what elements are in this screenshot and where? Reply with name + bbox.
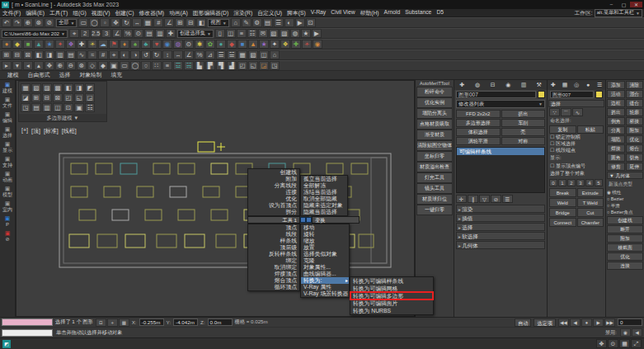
- vertex-type-radio[interactable]: ○ Bezier: [607, 196, 643, 202]
- rollout-header[interactable]: 选择: [456, 223, 545, 231]
- copy-button[interactable]: 复制: [549, 125, 576, 134]
- toolbar-icon[interactable]: 2.5: [91, 29, 101, 38]
- script-button[interactable]: 粉碎命令: [416, 87, 453, 97]
- ribbon-icon[interactable]: ▨: [42, 83, 52, 92]
- left-dock-tab[interactable]: ▣ 动画: [0, 171, 15, 183]
- number-button[interactable]: 2: [567, 179, 576, 186]
- toolbar-icon[interactable]: ◫: [226, 29, 236, 38]
- menu-item[interactable]: Substance: [402, 9, 434, 17]
- ribbon-icon[interactable]: ☷: [85, 103, 95, 112]
- toolbar-icon[interactable]: ▤: [144, 29, 154, 38]
- spline-op-button[interactable]: 活动: [607, 90, 625, 98]
- ribbon-icon[interactable]: ⊡: [63, 103, 73, 112]
- z-coordinate-field[interactable]: 0.0m: [208, 318, 233, 326]
- menu-item[interactable]: 脚本(S): [284, 9, 308, 17]
- toolbar-icon[interactable]: ★: [301, 29, 311, 38]
- toolbar-icon[interactable]: ▜: [216, 61, 226, 70]
- stack-tool-icon[interactable]: ☰: [502, 195, 513, 203]
- toolbar-icon[interactable]: ✥: [110, 18, 120, 27]
- toolbar-icon[interactable]: %: [195, 50, 204, 59]
- toolbar-icon[interactable]: ◱: [248, 61, 258, 70]
- vertex-type-radio[interactable]: ◉ 线性: [607, 189, 643, 196]
- spline-op-button[interactable]: 修剪: [607, 163, 625, 171]
- plugin-icon[interactable]: ◉: [313, 40, 322, 49]
- viewport-state-icon[interactable]: ◉: [620, 328, 631, 337]
- convert-submenu-item[interactable]: 转换为可编辑面片: [350, 299, 433, 307]
- menu-item[interactable]: 自定义(U): [255, 9, 284, 17]
- script-button[interactable]: 渐变材质: [416, 130, 453, 140]
- left-dock-tab[interactable]: ▣ 模型: [0, 186, 15, 198]
- object-name-field[interactable]: 图形007: [456, 91, 536, 98]
- ribbon-panel-title[interactable]: 多边形建模 ▼: [19, 114, 106, 121]
- quad-menu-item[interactable]: 创建线: [248, 169, 299, 176]
- toolbar-icon[interactable]: ↻: [121, 18, 131, 27]
- quad-menu-item[interactable]: 旋转: [301, 231, 349, 238]
- toolbar-icon[interactable]: ▧: [269, 29, 279, 38]
- menu-item[interactable]: 视图(V): [89, 9, 113, 17]
- viewport-nav-button[interactable]: ▦: [619, 339, 630, 348]
- menu-item[interactable]: 文件(F): [0, 9, 23, 17]
- toolbar-icon[interactable]: #: [98, 50, 108, 59]
- ribbon-icon[interactable]: ◳: [21, 103, 31, 112]
- vertex-type-radio[interactable]: ○ 平滑: [607, 202, 643, 209]
- poly-tool-button[interactable]: Extrude: [577, 188, 604, 197]
- ribbon-icon[interactable]: ⊟: [42, 93, 52, 102]
- toolbar-icon[interactable]: ∠: [184, 50, 194, 59]
- number-button[interactable]: 1: [558, 179, 566, 186]
- toolbar-icon[interactable]: ☰: [274, 18, 284, 27]
- toolbar-icon[interactable]: ▛: [205, 61, 215, 70]
- quad-menu-item[interactable]: 放置: [301, 244, 349, 251]
- toolbar-icon[interactable]: ▨: [280, 29, 289, 38]
- command-panel-tab[interactable]: ⊟: [485, 80, 501, 90]
- geometry-button[interactable]: 附加: [607, 234, 643, 243]
- ribbon-icon[interactable]: ▣: [74, 103, 84, 112]
- workspace-selector[interactable]: 工作区: alt.菜单和工具栏▼: [574, 9, 644, 17]
- playback-button[interactable]: ◀◀: [558, 318, 569, 327]
- toolbar-icon[interactable]: ▶: [312, 29, 322, 38]
- x-coordinate-field[interactable]: -0.255m: [139, 318, 164, 326]
- toolbar-icon[interactable]: ☰: [216, 50, 226, 59]
- toolbar-icon[interactable]: ▫: [100, 18, 110, 27]
- left-dock-tab[interactable]: ▣ 建模: [0, 82, 15, 94]
- toolbar-icon[interactable]: ⊗: [34, 18, 44, 27]
- quad-menu-item[interactable]: V-Ray 属性: [301, 284, 349, 290]
- rollout-header[interactable]: 几何体: [456, 241, 545, 249]
- isolate-icon[interactable]: ◩: [2, 340, 11, 348]
- ribbon-tab[interactable]: 建模: [3, 71, 23, 79]
- spline-op-button[interactable]: 边框: [607, 99, 625, 107]
- toolbar-icon[interactable]: ≡: [162, 61, 172, 70]
- ribbon-tab[interactable]: 填充: [107, 71, 127, 79]
- toolbar-icon[interactable]: ▶: [295, 18, 305, 27]
- menu-item[interactable]: D5: [434, 9, 446, 17]
- plugin-icon[interactable]: ◉: [162, 40, 172, 49]
- plugin-icon[interactable]: ❖: [66, 40, 76, 49]
- toolbar-icon[interactable]: ⊞: [175, 18, 185, 27]
- toolbar-icon[interactable]: ↷: [12, 18, 22, 27]
- toolbar-icon[interactable]: ⌖: [69, 29, 79, 38]
- menu-item[interactable]: 修改器(M): [137, 9, 167, 17]
- show-vertex-numbers-checkbox[interactable]: ☐ 显示顶点编号: [548, 163, 604, 169]
- quad-menu-item[interactable]: 全部解冻: [301, 182, 347, 189]
- subobject-icon[interactable]: ∵: [549, 108, 560, 116]
- modifier-button[interactable]: 体积选择: [456, 128, 501, 136]
- quad-menu-item[interactable]: 焊接顶点: [248, 271, 299, 277]
- object-color-swatch[interactable]: [538, 91, 545, 98]
- script-button[interactable]: 清除贴图空物体: [416, 140, 453, 151]
- viewport-nav-button[interactable]: ⊙: [608, 339, 618, 348]
- stack-tool-icon[interactable]: ▽: [479, 195, 490, 203]
- auto-key-button[interactable]: 自动: [515, 318, 531, 327]
- toolbar-icon[interactable]: ◯: [89, 18, 99, 27]
- plugin-icon[interactable]: ⚑: [109, 40, 119, 49]
- quad-menu-item[interactable]: 绑定: [248, 257, 299, 264]
- modifier-list-combo[interactable]: 修改器列表▼: [456, 100, 545, 108]
- command-panel-tab[interactable]: ◍: [470, 80, 486, 90]
- quad-menu-item[interactable]: 孤立当前选择: [301, 176, 347, 182]
- menu-item[interactable]: 图形编辑器(D): [190, 9, 231, 17]
- quad-menu-item[interactable]: 隐藏当前选择: [301, 209, 347, 215]
- quad-menu-item[interactable]: 移动: [301, 224, 349, 231]
- poly-tool-button[interactable]: Chamfer: [577, 218, 604, 227]
- toolbar-icon[interactable]: ☲: [173, 61, 183, 70]
- toolbar-icon[interactable]: ⊠: [23, 50, 33, 59]
- quad-menu-item[interactable]: 分离线段: [248, 182, 299, 189]
- toolbar-icon[interactable]: ▟: [227, 61, 237, 70]
